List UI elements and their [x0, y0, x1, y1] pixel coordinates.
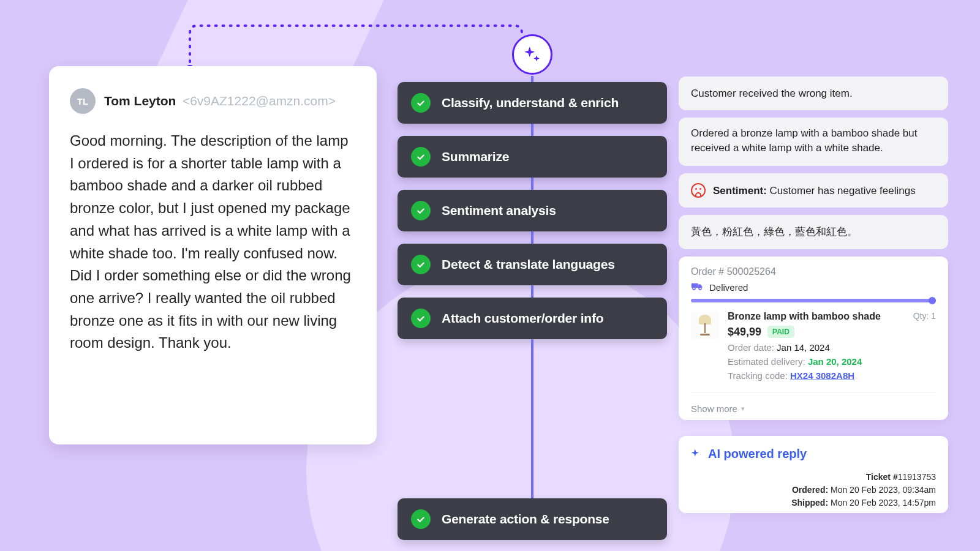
email-body: Good morning. The description of the lam… [70, 130, 356, 354]
product-row: Bronze lamp with bamboo shade Qty: 1 $49… [691, 311, 936, 392]
step-classify: Classify, understand & enrich [398, 82, 667, 124]
product-thumbnail [691, 311, 719, 339]
avatar: TL [70, 88, 96, 114]
ai-reply-card: AI powered reply Ticket #11913753 Ordere… [679, 436, 948, 513]
step-sentiment: Sentiment analysis [398, 190, 667, 231]
check-icon [411, 93, 431, 113]
outputs-column: Customer received the wrong item. Ordere… [679, 77, 948, 513]
ai-reply-title: AI powered reply [691, 447, 936, 461]
sparkle-icon [691, 448, 702, 459]
step-label: Generate action & response [442, 512, 609, 527]
output-sentiment: Sentiment: Customer has negative feeling… [679, 173, 948, 208]
frown-icon [691, 183, 706, 198]
tracking-link[interactable]: HX24 3082A8H [790, 370, 854, 381]
step-generate-response: Generate action & response [398, 498, 667, 540]
show-more-button[interactable]: Show more ▾ [691, 399, 936, 414]
product-price: $49,99 [728, 326, 761, 339]
svg-point-1 [693, 287, 695, 290]
est-delivery-row: Estimated delivery: Jan 20, 2024 [728, 356, 936, 367]
output-summarize: Ordered a bronze lamp with a bamboo shad… [679, 118, 948, 166]
order-number: Order # 500025264 [691, 266, 936, 277]
step-summarize: Summarize [398, 136, 667, 178]
step-translate: Detect & translate languages [398, 244, 667, 285]
check-icon [411, 201, 431, 220]
product-title: Bronze lamp with bamboo shade [728, 311, 881, 322]
order-info-card: Order # 500025264 Delivered Bronze lamp … [679, 257, 948, 420]
step-label: Attach customer/order info [442, 311, 603, 326]
ai-pipeline: Classify, understand & enrich Summarize … [398, 34, 667, 540]
svg-point-2 [699, 287, 701, 290]
step-label: Detect & translate languages [442, 257, 615, 272]
sender-block: Tom Leyton <6v9AZ1222@amzn.com> [104, 94, 336, 108]
check-icon [411, 309, 431, 328]
check-icon [411, 147, 431, 167]
product-qty: Qty: 1 [913, 311, 936, 321]
check-icon [411, 255, 431, 274]
email-header: TL Tom Leyton <6v9AZ1222@amzn.com> [70, 88, 356, 114]
step-label: Sentiment analysis [442, 203, 556, 218]
sender-email: <6v9AZ1222@amzn.com> [183, 94, 336, 108]
delivery-status: Delivered [691, 281, 936, 294]
customer-email-card: TL Tom Leyton <6v9AZ1222@amzn.com> Good … [49, 66, 377, 444]
output-translate: 黃色，粉紅色，綠色，藍色和紅色。 [679, 215, 948, 249]
delivery-status-text: Delivered [709, 282, 748, 293]
sentiment-label: Sentiment: [713, 185, 767, 197]
sentiment-value: Customer has negative feelings [767, 185, 916, 197]
chevron-down-icon: ▾ [741, 405, 745, 413]
step-label: Classify, understand & enrich [442, 96, 619, 110]
sentiment-text: Sentiment: Customer has negative feeling… [713, 184, 916, 198]
paid-badge: PAID [767, 326, 794, 338]
ai-hub-icon [512, 34, 552, 75]
tracking-row: Tracking code: HX24 3082A8H [728, 370, 936, 381]
truck-icon [691, 281, 703, 294]
output-classify: Customer received the wrong item. [679, 77, 948, 110]
order-date-row: Order date: Jan 14, 2024 [728, 342, 936, 353]
step-label: Summarize [442, 149, 509, 164]
delivery-progress-bar [691, 299, 936, 302]
check-icon [411, 509, 431, 529]
reply-meta: Ticket #11913753 Ordered: Mon 20 Feb 202… [691, 471, 936, 509]
step-attach-order: Attach customer/order info [398, 298, 667, 339]
sender-name: Tom Leyton [104, 94, 176, 108]
